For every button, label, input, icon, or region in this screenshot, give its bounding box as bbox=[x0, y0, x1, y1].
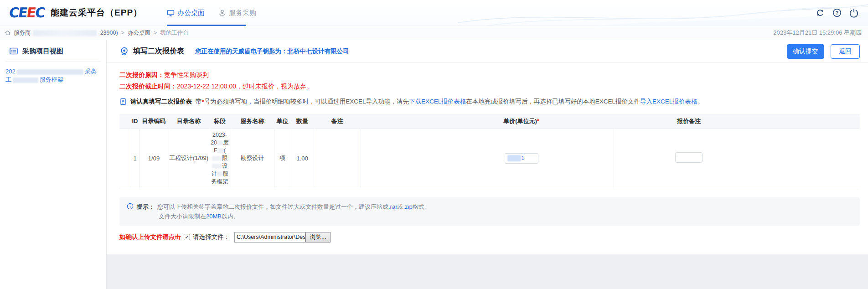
price-partial-digit: 1 bbox=[522, 155, 525, 161]
quote-deadline-line: 二次报价截止时间：2023-12-22 12:00:00，过时未报价，视为放弃。 bbox=[119, 81, 860, 92]
rar-format-link[interactable]: .rar bbox=[388, 203, 398, 210]
instruction-title: 请认真填写二次报价表 bbox=[130, 98, 192, 106]
app-title: 能建云采平台（EPP） bbox=[51, 7, 142, 19]
instruction-text: 在本地完成报价填写后，再选择已填写好的本地EXCEL报价文件 bbox=[466, 98, 640, 106]
ekey-notice: 您正在使用的天威盾电子钥匙为：北桥中七设计有限公司 bbox=[195, 47, 349, 56]
col-remark: 备注 bbox=[314, 114, 361, 129]
breadcrumb: 服务商 -23900) > 办公桌面 > 我的工作台 2023年12月21日 1… bbox=[0, 26, 868, 40]
cell-remark bbox=[314, 129, 361, 188]
col-section: 标段 bbox=[209, 114, 231, 129]
svg-text:?: ? bbox=[835, 10, 838, 15]
divider bbox=[5, 62, 101, 62]
header-wave-decoration bbox=[458, 0, 868, 26]
form-title-icon bbox=[119, 46, 129, 56]
breadcrumb-separator: > bbox=[121, 30, 124, 36]
cell-quantity: 1.00 bbox=[291, 129, 314, 188]
back-button[interactable]: 返回 bbox=[831, 44, 860, 59]
redacted-text bbox=[217, 171, 222, 176]
upload-checkbox[interactable] bbox=[184, 234, 190, 240]
project-name-line1: 202采类 bbox=[5, 67, 102, 76]
col-catalog-code: 目录编码 bbox=[139, 114, 169, 129]
tab-service-procurement[interactable]: 服务采购 bbox=[218, 0, 256, 26]
quote-reason-line: 二次报价原因：竞争性采购谈判 bbox=[119, 69, 860, 81]
table-header-row: ID 目录编码 目录名称 标段 服务名称 单位 数量 备注 单价(单位元)* 报… bbox=[119, 114, 860, 129]
sync-icon[interactable] bbox=[815, 8, 825, 18]
home-icon bbox=[5, 30, 11, 36]
cell-section: 2023- 20度 F( 限 设 计服 务框架 bbox=[209, 129, 231, 188]
redacted-text bbox=[212, 156, 222, 161]
file-select-label: 请选择文件： bbox=[193, 233, 230, 241]
col-id: ID bbox=[131, 114, 139, 129]
breadcrumb-separator: > bbox=[154, 30, 157, 36]
quote-notices: 二次报价原因：竞争性采购谈判 二次报价截止时间：2023-12-22 12:00… bbox=[119, 69, 860, 92]
breadcrumb-office-desktop[interactable]: 办公桌面 bbox=[128, 29, 150, 37]
col-quantity: 数量 bbox=[291, 114, 314, 129]
service-icon bbox=[218, 9, 226, 17]
redacted-text bbox=[217, 148, 224, 153]
form-header: 填写二次报价表 您正在使用的天威盾电子钥匙为：北桥中七设计有限公司 确认提交 返… bbox=[107, 40, 868, 63]
redacted-project-name bbox=[13, 77, 38, 83]
sidebar-item-project[interactable]: 202采类 工服务框架 bbox=[5, 67, 102, 84]
project-view-icon bbox=[9, 46, 18, 56]
col-unit-price: 单价(单位元)* bbox=[361, 114, 614, 129]
tab-label: 办公桌面 bbox=[177, 9, 205, 17]
desktop-icon bbox=[167, 9, 175, 17]
logo-letter: C bbox=[34, 6, 45, 20]
page-title: 填写二次报价表 bbox=[133, 46, 184, 56]
breadcrumb-vendor[interactable]: 服务商 bbox=[14, 29, 31, 37]
cell-unit: 项 bbox=[274, 129, 291, 188]
col-quote-remark: 报价备注 bbox=[614, 114, 860, 129]
document-icon bbox=[119, 98, 127, 105]
ceec-logo: C E E C bbox=[8, 6, 45, 20]
active-tab-indicator bbox=[167, 25, 246, 26]
cell-service-name: 勘察设计 bbox=[231, 129, 274, 188]
quote-form-card: 填写二次报价表 您正在使用的天威盾电子钥匙为：北桥中七设计有限公司 确认提交 返… bbox=[107, 40, 868, 254]
sidebar-header: 采购项目视图 bbox=[5, 46, 102, 56]
size-limit-value: 20MB bbox=[206, 213, 222, 220]
hint-text: 提示：您可以上传相关签字盖章的二次报价文件，如文件过大或文件数量超过一个，建议压… bbox=[137, 202, 430, 221]
cell-catalog-name: 工程设计(1/09) bbox=[169, 129, 209, 188]
power-icon[interactable] bbox=[849, 8, 859, 18]
info-icon bbox=[127, 203, 134, 210]
file-path-value: C:\Users\Administrator\Deskto bbox=[234, 232, 305, 243]
table-row: 1 1/09 工程设计(1/09) 2023- 20度 F( 限 设 计服 务框… bbox=[119, 129, 860, 188]
main-content: 填写二次报价表 您正在使用的天威盾电子钥匙为：北桥中七设计有限公司 确认提交 返… bbox=[107, 40, 868, 289]
main-nav: 办公桌面 服务采购 bbox=[167, 0, 256, 26]
tab-label: 服务采购 bbox=[229, 9, 256, 17]
datetime-display: 2023年12月21日 15:29:06 星期四 bbox=[773, 29, 862, 37]
sidebar-title: 采购项目视图 bbox=[22, 47, 63, 56]
instruction-text: 带 bbox=[196, 98, 202, 106]
app-root: C E E C 能建云采平台（EPP） 办公桌面 服务采 bbox=[0, 0, 868, 289]
redacted-text bbox=[217, 140, 223, 145]
tab-office-desktop[interactable]: 办公桌面 bbox=[167, 0, 205, 26]
file-input[interactable]: C:\Users\Administrator\Deskto 浏览... bbox=[234, 232, 331, 243]
quote-table: ID 目录编码 目录名称 标段 服务名称 单位 数量 备注 单价(单位元)* 报… bbox=[119, 114, 860, 188]
instruction-text: 号为必须填写项，当报价明细项较多时，可以通过用EXCEL导入功能，请先 bbox=[204, 98, 409, 106]
fill-instruction: 请认真填写二次报价表 带*号为必须填写项，当报价明细项较多时，可以通过用EXCE… bbox=[119, 98, 860, 106]
header-actions: ? bbox=[815, 8, 859, 18]
redacted-price-value bbox=[507, 155, 521, 161]
import-excel-link[interactable]: 导入EXCEL报价表格 bbox=[640, 98, 697, 106]
project-name-line2: 工服务框架 bbox=[5, 76, 102, 84]
upload-hint-box: 提示：您可以上传相关签字盖章的二次报价文件，如文件过大或文件数量超过一个，建议压… bbox=[119, 197, 860, 226]
redacted-vendor-name bbox=[33, 30, 97, 36]
browse-button[interactable]: 浏览... bbox=[305, 232, 331, 243]
unit-price-input[interactable]: 1 bbox=[505, 153, 538, 164]
zip-format-link[interactable]: .zip bbox=[403, 203, 413, 210]
form-actions: 确认提交 返回 bbox=[787, 44, 860, 59]
breadcrumb-current: 我的工作台 bbox=[160, 29, 189, 37]
app-header: C E E C 能建云采平台（EPP） 办公桌面 服务采 bbox=[0, 0, 868, 26]
help-icon[interactable]: ? bbox=[832, 8, 842, 18]
cell-handle bbox=[119, 129, 131, 188]
cell-catalog-code: 1/09 bbox=[139, 129, 169, 188]
hint-label: 提示： bbox=[137, 203, 155, 210]
redacted-text bbox=[212, 164, 222, 169]
instruction-text: 。 bbox=[697, 98, 703, 106]
download-excel-link[interactable]: 下载EXCEL报价表格 bbox=[409, 98, 466, 106]
breadcrumb-vendor-code: -23900) bbox=[98, 30, 118, 36]
confirm-submit-button[interactable]: 确认提交 bbox=[787, 44, 824, 59]
col-handle bbox=[119, 114, 131, 129]
quote-remark-input[interactable] bbox=[675, 152, 703, 163]
col-service-name: 服务名称 bbox=[231, 114, 274, 129]
sidebar: 采购项目视图 202采类 工服务框架 bbox=[0, 40, 107, 289]
